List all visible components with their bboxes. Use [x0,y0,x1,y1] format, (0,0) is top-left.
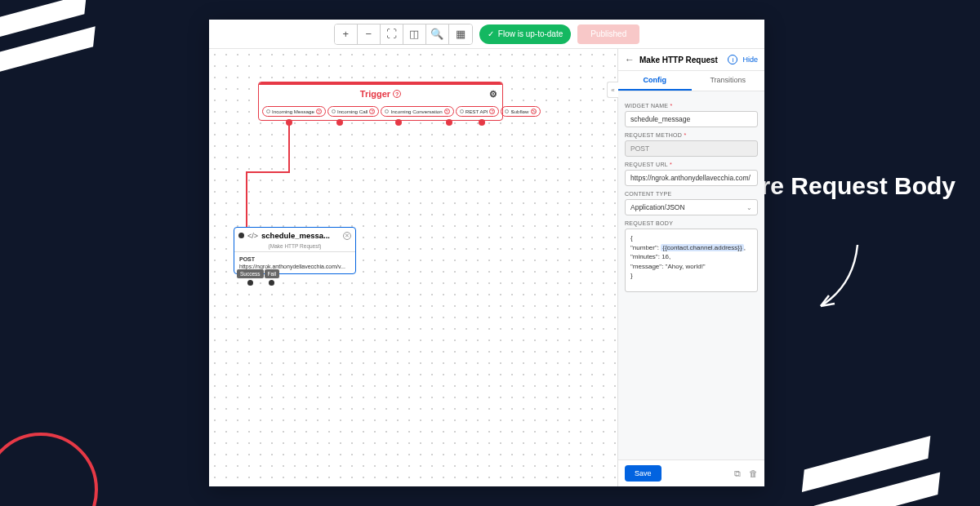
collapse-panel-button[interactable]: « [607,82,618,98]
widget-outputs: Success Fail [237,269,279,286]
label-widget-name: WIDGET NAME [625,103,758,109]
widget-name-input[interactable] [625,111,758,127]
trigger-pill-rest-api[interactable]: REST API? [456,106,500,117]
widget-input-port [238,233,244,238]
decor-notequal-top [0,0,141,94]
grid-button[interactable]: ▦ [449,24,472,44]
help-icon[interactable]: ? [393,90,401,98]
trigger-pill-subflow[interactable]: Subflow? [501,106,540,117]
wire [246,171,247,227]
info-icon[interactable]: i [728,55,737,64]
panel-button[interactable]: ◫ [403,24,426,44]
hide-button[interactable]: Hide [742,55,758,64]
toolbar: + − ⛶ ◫ 🔍 ▦ Flow is up-to-date Published [209,20,764,49]
config-panel: « ← Make HTTP Request i Hide Config Tran… [617,49,764,486]
label-request-method: REQUEST METHOD [625,132,758,138]
annotation-arrow [808,237,874,322]
trigger-title: Trigger [360,89,390,99]
fullscreen-button[interactable]: ⛶ [381,24,403,44]
template-variable: {{contact.channel.address}} [661,244,743,251]
search-button[interactable]: 🔍 [426,24,449,44]
save-button[interactable]: Save [625,465,662,482]
trigger-outputs [258,119,503,129]
trigger-pill-incoming-message[interactable]: Incoming Message? [262,106,326,117]
remove-button[interactable]: − [358,24,381,44]
status-pill: Flow is up-to-date [479,24,571,44]
chevron-down-icon: ⌄ [746,204,752,211]
delete-icon[interactable]: 🗑 [749,468,758,478]
widget-subtitle: (Make HTTP Request) [234,243,355,251]
code-icon: </> [247,232,258,240]
request-method-input[interactable] [625,140,758,157]
request-body-input[interactable]: { "number": {{contact.channel.address}},… [625,229,758,292]
widget-output-fail[interactable]: Fail [265,269,279,278]
add-button[interactable]: + [335,24,358,44]
publish-button[interactable]: Published [577,24,639,44]
close-icon[interactable]: ✕ [343,232,351,240]
wire [246,171,290,173]
widget-title: schedule_messa... [261,231,340,240]
decor-notequal-bottom [789,402,975,506]
content-type-select[interactable]: Application/JSON⌄ [625,199,758,215]
copy-icon[interactable]: ⧉ [734,468,741,479]
label-request-body: REQUEST BODY [625,220,758,226]
decor-circle [0,433,98,506]
panel-title: Make HTTP Request [639,55,723,64]
tab-config[interactable]: Config [618,71,692,91]
label-request-url: REQUEST URL [625,162,758,167]
trigger-node[interactable]: Trigger ? ⚙ Incoming Message? Incoming C… [258,82,503,121]
gear-icon[interactable]: ⚙ [489,89,497,100]
widget-output-success[interactable]: Success [237,269,264,278]
flow-editor-window: + − ⛶ ◫ 🔍 ▦ Flow is up-to-date Published… [209,20,764,486]
trigger-pill-incoming-call[interactable]: Incoming Call? [327,106,380,117]
label-content-type: CONTENT TYPE [625,191,758,197]
trigger-pill-incoming-conversation[interactable]: Incoming Conversation? [381,106,453,117]
wire [288,124,290,173]
widget-schedule-message[interactable]: </> schedule_messa... ✕ (Make HTTP Reque… [234,227,356,274]
back-button[interactable]: ← [625,54,635,65]
tab-transitions[interactable]: Transitions [692,71,765,91]
request-url-input[interactable] [625,170,758,186]
